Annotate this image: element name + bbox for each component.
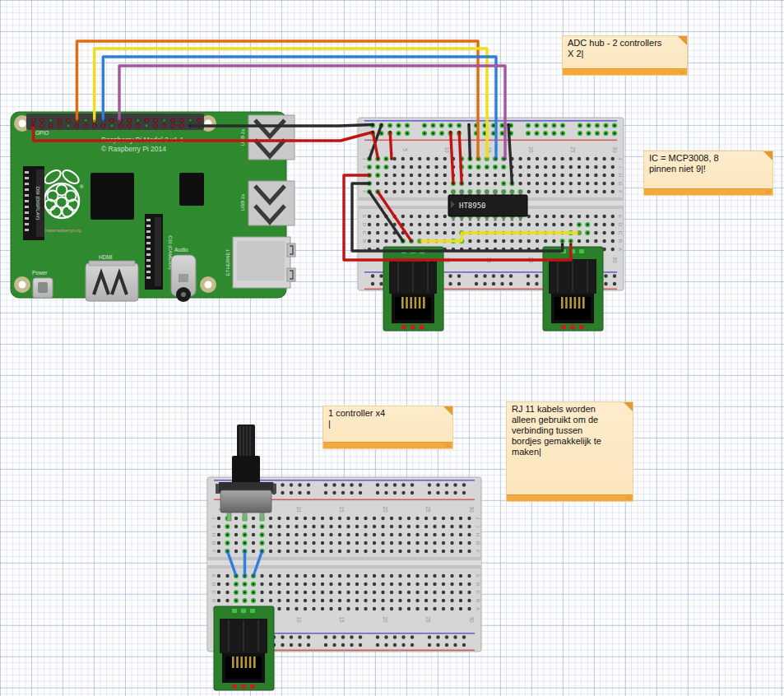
- row-label: C: [362, 231, 367, 235]
- rj11-contact-pin: [253, 657, 256, 668]
- note-resize-grip-icon[interactable]: [625, 496, 631, 500]
- wire-black-rail-j[interactable]: [469, 125, 470, 160]
- column-label: 30: [612, 257, 618, 263]
- usb-hub-chip: [179, 173, 204, 206]
- row-label: G: [618, 182, 623, 186]
- row-label: A: [476, 607, 480, 610]
- rj11-pad-red: [561, 325, 566, 329]
- column-label: 25: [570, 146, 576, 153]
- column-label: 15: [339, 616, 345, 623]
- note-resize-bar[interactable]: [507, 494, 633, 501]
- rj11-contact-pin: [406, 297, 408, 309]
- column-label: 5: [402, 148, 408, 151]
- row-label: B: [362, 239, 367, 243]
- note-adc-hub[interactable]: ADC hub - 2 controllers X 2|: [562, 35, 688, 76]
- audio-label: Audio: [174, 247, 188, 253]
- row-label: G: [211, 541, 216, 545]
- note-text: IC = MCP3008, 8 pinnen niet 9|!: [644, 151, 772, 189]
- row-label: J: [211, 517, 216, 520]
- rj11-pad-green: [250, 609, 255, 613]
- wire-black-gpio[interactable]: [190, 125, 373, 127]
- rj11-pad-green: [241, 609, 246, 613]
- rj11-contact-pin: [561, 297, 564, 309]
- usb-port-top: [248, 115, 295, 160]
- note-resize-bar[interactable]: [323, 442, 452, 448]
- rj11-pad-red: [241, 684, 246, 689]
- rj11-contact-pin: [565, 297, 568, 309]
- rj11-pad-red: [570, 325, 575, 329]
- power-connector: [33, 278, 53, 298]
- note-resize-grip-icon[interactable]: [445, 443, 451, 448]
- row-label: H: [211, 533, 216, 536]
- column-label: 25: [425, 506, 431, 513]
- rj11-contact-pin: [410, 297, 412, 309]
- row-label: F: [362, 190, 367, 193]
- row-label: C: [211, 591, 216, 595]
- note-controller[interactable]: 1 controller x4 |: [322, 406, 453, 449]
- rj11-pad-red: [250, 684, 255, 689]
- row-label: H: [618, 174, 623, 177]
- note-text: RJ 11 kabels worden alleen gebruikt om d…: [507, 402, 633, 495]
- note-text: ADC hub - 2 controllers X 2|: [563, 36, 687, 69]
- ic-chip[interactable]: HT8950: [448, 191, 527, 221]
- row-label: J: [362, 158, 367, 160]
- column-label: 30: [469, 616, 475, 623]
- hdmi-label: HDMI: [99, 254, 113, 260]
- usb-bottom-label: USB 2x: [240, 194, 245, 211]
- pi-copyright: © Raspberry Pi 2014: [101, 145, 166, 153]
- rj11-pad-red: [401, 325, 406, 329]
- row-label: J: [618, 158, 623, 160]
- row-label: H: [476, 533, 480, 536]
- rj11-contact-pin: [419, 297, 421, 309]
- row-label: E: [476, 574, 480, 578]
- row-label: C: [476, 591, 480, 595]
- power-label: Power: [32, 270, 48, 276]
- potentiometer[interactable]: [216, 425, 276, 521]
- row-label: G: [476, 541, 480, 545]
- rj11-contact-pin: [236, 657, 239, 668]
- rj11-contact-pin: [569, 297, 572, 309]
- note-resize-grip-icon[interactable]: [680, 70, 685, 74]
- dsi-connector: [23, 166, 44, 240]
- row-label: B: [476, 599, 480, 602]
- column-label: 20: [383, 616, 388, 623]
- gpio-header[interactable]: [26, 114, 204, 130]
- note-rj11-info[interactable]: RJ 11 kabels worden alleen gebruikt om d…: [506, 401, 633, 502]
- row-label: F: [618, 190, 623, 193]
- column-label: 10: [444, 146, 450, 153]
- ethernet-port: [233, 237, 295, 288]
- note-resize-grip-icon[interactable]: [765, 190, 771, 194]
- soc-chip: [90, 173, 134, 220]
- row-label: J: [476, 517, 480, 520]
- note-resize-bar[interactable]: [644, 188, 772, 195]
- rj11-contact-pin: [232, 657, 234, 668]
- note-resize-bar[interactable]: [563, 68, 687, 75]
- audio-jack: [171, 255, 196, 302]
- fritzing-canvas: { "notes": [ {"id": "adc-hub", "text": "…: [0, 0, 784, 696]
- rj11-contact-pin: [415, 297, 417, 309]
- csi-connector: [145, 214, 163, 290]
- row-label: E: [618, 215, 623, 218]
- pot-knob-base: [232, 456, 260, 485]
- column-label: 10: [296, 616, 302, 623]
- rj11-breakout[interactable]: [214, 606, 274, 690]
- registered-mark: ®: [80, 184, 84, 189]
- row-label: A: [618, 248, 623, 251]
- rj11-contact-pin: [582, 297, 585, 309]
- column-label: 30: [612, 146, 618, 153]
- usb-top-label: USB 2x: [240, 129, 245, 146]
- note-ic-info[interactable]: IC = MCP3008, 8 pinnen niet 9|!: [643, 151, 773, 196]
- dsi-label: DSI (DISPLAY): [35, 187, 40, 220]
- row-label: E: [211, 574, 216, 578]
- column-label: 20: [528, 146, 534, 153]
- wire-red-diag-left-2[interactable]: [390, 132, 392, 160]
- rj11-pad-red: [579, 325, 584, 329]
- rj11-contact-pin: [245, 657, 248, 668]
- row-label: D: [476, 582, 480, 587]
- row-label: E: [362, 215, 367, 218]
- row-label: D: [211, 582, 216, 587]
- row-label: C: [618, 231, 623, 235]
- note-text: 1 controller x4 |: [323, 406, 452, 443]
- row-label: D: [362, 223, 367, 227]
- rj11-pad-red: [232, 684, 237, 689]
